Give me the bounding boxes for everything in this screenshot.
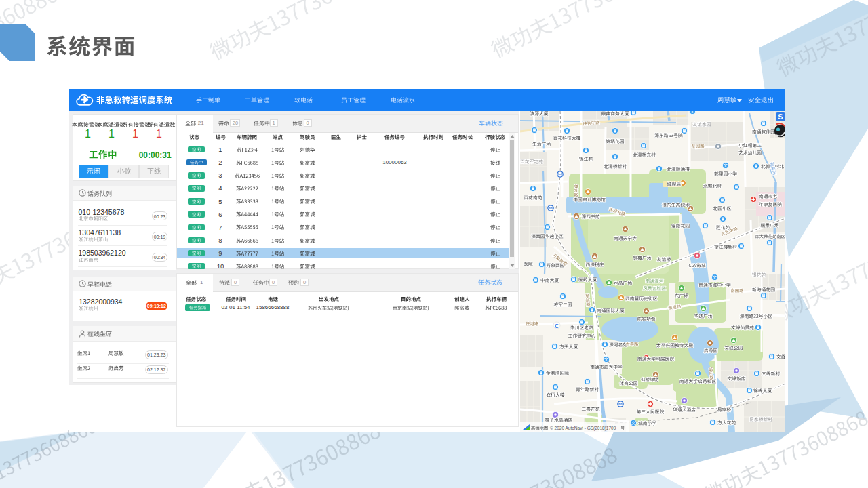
svg-text:C: C <box>555 322 559 329</box>
svg-text:© 2020 AutoNavi - GS(2018)1709: © 2020 AutoNavi - GS(2018)1709 <box>550 426 616 431</box>
svg-text:S: S <box>778 113 783 121</box>
